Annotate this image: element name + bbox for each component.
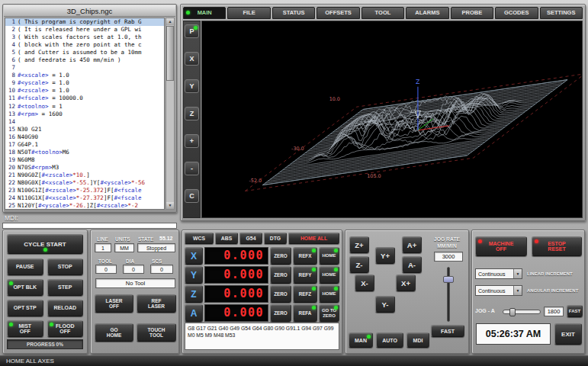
axis-z-button[interactable]: Z (185, 285, 203, 303)
linear-increment-value: Continuous (478, 271, 505, 277)
slider-handle[interactable] (443, 276, 454, 283)
plot-view-y-button[interactable]: Y (185, 79, 199, 93)
axis-y-button[interactable]: Y (185, 266, 203, 284)
linear-increment-select[interactable]: Continuous ▼ (475, 268, 522, 279)
plot-perspective-button[interactable]: P (185, 24, 199, 38)
plot-view-z-button[interactable]: Z (185, 107, 199, 120)
pause-button[interactable]: PAUSE (7, 258, 43, 275)
plot-clear-button[interactable]: C (185, 189, 199, 203)
jog-x-plus-button[interactable]: X+ (396, 274, 416, 291)
jog-z-minus-button[interactable]: Z- (349, 256, 369, 273)
home-z-button[interactable]: HOME (319, 285, 339, 303)
slider-handle[interactable] (509, 308, 516, 316)
zero-x-button[interactable]: ZERO (270, 247, 291, 265)
tab-probe[interactable]: PROBE (451, 7, 493, 19)
zero-a-button[interactable]: ZERO (270, 304, 291, 322)
flood-off-button[interactable]: FLOODOFF (47, 320, 84, 337)
tab-file[interactable]: FILE (227, 7, 270, 19)
gcode-line: 2( It is released here under a GPL wi (5, 26, 164, 34)
tab-gcodes[interactable]: GCODES (495, 7, 538, 19)
refx-button[interactable]: REFX (293, 247, 317, 265)
angular-increment-select[interactable]: Continuous ▼ (475, 285, 522, 296)
go-home-label-1: GO (110, 327, 117, 333)
tab-status[interactable]: STATUS (272, 7, 315, 19)
wcs-button[interactable]: WCS (185, 233, 214, 244)
jog-a-fast-button[interactable]: FAST (567, 305, 583, 317)
g54-button[interactable]: G54 (239, 233, 262, 244)
estop-reset-button[interactable]: ESTOP RESET (532, 236, 582, 256)
tab-settings[interactable]: SETTINGS (540, 7, 583, 19)
man-mode-button[interactable]: MAN (349, 332, 373, 348)
refy-button[interactable]: REFY (293, 266, 317, 284)
cycle-start-button[interactable]: CYCLE START (7, 234, 83, 254)
stop-button[interactable]: STOP (47, 258, 84, 275)
gcode-line: 10#<zscale> = 1.0 (5, 87, 164, 95)
plot-area[interactable]: Z10.0-30.0-52.0105.0 (201, 21, 583, 218)
jog-rate-label: JOG RATE (426, 236, 468, 242)
state-label: STATE (138, 236, 153, 242)
line-number: 8 (5, 72, 18, 79)
tab-alarms[interactable]: ALARMS (406, 7, 448, 19)
axis-x-button[interactable]: X (185, 247, 203, 265)
line-value: 1 (95, 243, 111, 252)
status-bar: HOME ALL AXES (0, 355, 588, 366)
reload-button[interactable]: RELOAD (47, 300, 84, 316)
scs-label: SCS (152, 258, 162, 264)
step-button[interactable]: STEP (47, 279, 84, 296)
line-number: 3 (5, 34, 18, 41)
jog-a-slider[interactable] (503, 310, 541, 314)
home-x-button[interactable]: HOME (319, 247, 339, 265)
scroll-down-icon[interactable]: ▼ (166, 202, 174, 209)
jog-rate-slider[interactable] (443, 267, 454, 322)
go-to-zero-button[interactable]: GO TO ZERO (319, 304, 339, 322)
scroll-up-icon[interactable]: ▲ (166, 18, 174, 25)
touch-tool-label-2: TOOL (149, 332, 163, 339)
plot-zoom-in-button[interactable]: + (185, 134, 199, 148)
dtg-button[interactable]: DTG (264, 233, 287, 244)
gcode-line: 13#<rpm> = 1600 (5, 111, 164, 118)
plot-zoom-out-button[interactable]: - (185, 162, 199, 175)
dia-value: 0 (123, 265, 144, 274)
scrollbar-thumb[interactable] (166, 26, 174, 81)
plot-view-x-button[interactable]: X (185, 52, 199, 66)
gcode-scrollbar[interactable]: ▲ ▼ (165, 18, 175, 210)
ref-laser-button[interactable]: REF LASER (137, 294, 176, 313)
auto-mode-button[interactable]: AUTO (376, 332, 403, 348)
tab-main[interactable]: MAIN (183, 7, 226, 19)
jog-x-minus-button[interactable]: X- (355, 274, 374, 291)
touch-tool-button[interactable]: TOUCH TOOL (137, 323, 176, 342)
jog-y-plus-button[interactable]: Y+ (375, 247, 395, 264)
zero-z-button[interactable]: ZERO (270, 285, 291, 303)
gcode-file-title: 3D_Chips.ngc (4, 5, 175, 17)
jog-a-minus-button[interactable]: A- (402, 256, 422, 273)
exit-button[interactable]: EXIT (554, 323, 582, 345)
mdi-input[interactable] (2, 223, 177, 229)
refz-button[interactable]: REFZ (293, 285, 317, 303)
tab-tool[interactable]: TOOL (361, 7, 404, 19)
tab-offsets[interactable]: OFFSETS (316, 7, 359, 19)
opt-blk-button[interactable]: OPT BLK (7, 279, 43, 296)
home-y-button[interactable]: HOME (319, 266, 339, 284)
axis-a-button[interactable]: A (185, 304, 203, 322)
gcode-editor[interactable]: 1( This program is copyright of Rab G2( … (5, 18, 165, 210)
home-all-button[interactable]: HOME ALL (288, 233, 339, 244)
zero-y-button[interactable]: ZERO (270, 266, 291, 284)
jog-y-minus-button[interactable]: Y- (375, 296, 395, 313)
green-led-indicator (194, 26, 198, 30)
jog-a-plus-button[interactable]: A+ (402, 236, 422, 253)
go-home-button[interactable]: GO HOME (95, 323, 133, 342)
estop-label-1: ESTOP (548, 241, 566, 247)
gcode-line: 11#<fscale> = 10000.0 (5, 95, 164, 102)
opt-stp-button[interactable]: OPT STP (7, 300, 43, 316)
abs-button[interactable]: ABS (215, 233, 238, 244)
refa-button[interactable]: REFA (293, 304, 317, 322)
mist-off-button[interactable]: MISTOFF (7, 320, 43, 337)
plot-toolbar: PXYZ+-C (183, 21, 201, 218)
jog-z-plus-button[interactable]: Z+ (349, 236, 369, 253)
preview-panel: MAINFILESTATUSOFFSETSTOOLALARMSPROBEGCOD… (180, 4, 586, 221)
mdi-mode-button[interactable]: MDI (406, 332, 429, 348)
machine-off-button[interactable]: MACHINE OFF (475, 236, 527, 256)
laser-off-button[interactable]: LASER OFF (95, 294, 133, 313)
line-text: #<zscale> = 1.0 (18, 87, 69, 95)
line-text: #<toolno> = 1 (18, 103, 63, 111)
